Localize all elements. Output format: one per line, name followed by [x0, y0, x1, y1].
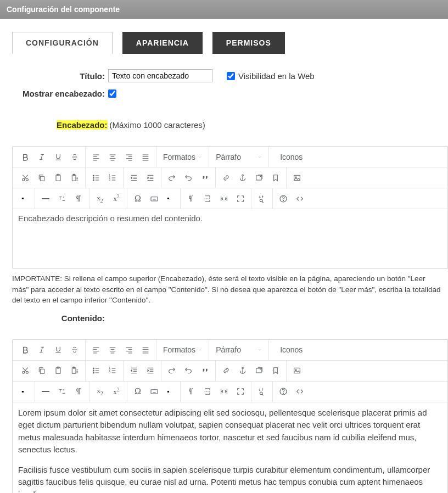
subscript-icon[interactable]: x2	[92, 383, 108, 400]
find-replace-icon[interactable]	[254, 383, 270, 400]
blockquote-icon[interactable]	[197, 362, 213, 379]
align-justify-icon[interactable]	[137, 149, 154, 165]
header-editor-body[interactable]: Encabezado descripción o resumen del con…	[13, 209, 447, 268]
anchor-icon[interactable]	[234, 170, 251, 186]
copy-icon[interactable]	[33, 362, 50, 379]
tab-configuracion[interactable]: CONFIGURACIÓN	[12, 32, 113, 54]
italic-icon[interactable]	[33, 149, 50, 165]
code-icon[interactable]	[292, 191, 308, 207]
keyboard-icon[interactable]	[146, 383, 163, 400]
help-icon[interactable]	[275, 383, 292, 400]
indent-icon[interactable]	[142, 362, 159, 379]
paste-icon[interactable]	[50, 170, 66, 186]
special-char-icon[interactable]: Ω	[130, 383, 146, 400]
datetime-icon[interactable]	[163, 383, 178, 400]
help-icon[interactable]	[275, 191, 292, 207]
italic-icon[interactable]	[33, 341, 50, 358]
hr-icon[interactable]	[37, 383, 54, 400]
pagebreak-icon[interactable]	[199, 383, 216, 400]
clear-format-icon[interactable]: T×	[54, 383, 70, 400]
copy-icon[interactable]	[33, 170, 50, 186]
link-icon[interactable]	[218, 362, 234, 379]
anchor-icon[interactable]	[234, 362, 251, 379]
tabs-bar: CONFIGURACIÓN APARIENCIA PERMISOS	[12, 32, 448, 54]
ol-icon[interactable]: 123	[104, 362, 121, 379]
underline-icon[interactable]	[50, 341, 66, 358]
align-right-icon[interactable]	[121, 341, 137, 358]
tab-apariencia[interactable]: APARIENCIA	[122, 32, 203, 54]
paragraph-icon[interactable]	[70, 191, 87, 207]
ltr-icon[interactable]	[183, 383, 199, 400]
bookmark-icon[interactable]	[267, 170, 284, 186]
title-input[interactable]	[108, 69, 212, 82]
cut-icon[interactable]	[17, 362, 33, 379]
visibility-checkbox[interactable]	[227, 72, 235, 80]
align-justify-icon[interactable]	[137, 341, 154, 358]
ul-icon[interactable]	[88, 362, 104, 379]
paragraph-dropdown[interactable]: Párrafo	[211, 341, 266, 358]
bookmark-icon[interactable]	[267, 362, 284, 379]
ul-icon[interactable]	[88, 170, 104, 186]
align-center-icon[interactable]	[104, 341, 121, 358]
image-icon[interactable]	[289, 362, 305, 379]
svg-text:T: T	[59, 195, 62, 201]
popup-icon[interactable]	[251, 362, 267, 379]
strike-icon[interactable]	[66, 341, 83, 358]
code-icon[interactable]	[292, 383, 308, 400]
fullscreen-icon[interactable]	[232, 383, 249, 400]
superscript-icon[interactable]: x2	[108, 191, 125, 207]
align-left-icon[interactable]	[88, 341, 104, 358]
ltr-icon[interactable]	[183, 191, 199, 207]
find-replace-icon[interactable]	[254, 191, 270, 207]
paragraph-dropdown[interactable]: Párrafo	[211, 149, 266, 165]
undo-icon[interactable]	[180, 170, 197, 186]
pagebreak-icon[interactable]	[199, 191, 216, 207]
ruler-icon[interactable]	[216, 191, 232, 207]
align-left-icon[interactable]	[88, 149, 104, 165]
superscript-icon[interactable]: x2	[108, 383, 125, 400]
subscript-icon[interactable]: x2	[92, 191, 108, 207]
special-char-icon[interactable]: Ω	[130, 191, 146, 207]
outdent-icon[interactable]	[126, 170, 142, 186]
ruler-icon[interactable]	[216, 383, 232, 400]
image-icon[interactable]	[289, 170, 305, 186]
paste-icon[interactable]	[50, 362, 66, 379]
keyboard-icon[interactable]	[146, 191, 163, 207]
popup-icon[interactable]	[251, 170, 267, 186]
table-icon[interactable]	[17, 383, 32, 400]
content-editor-body[interactable]: Lorem ipsum dolor sit amet consectetur a…	[13, 402, 447, 493]
link-icon[interactable]	[218, 170, 234, 186]
ol-icon[interactable]: 123	[104, 170, 121, 186]
table-icon[interactable]	[17, 191, 32, 207]
indent-icon[interactable]	[142, 170, 159, 186]
clear-format-icon[interactable]: T×	[54, 191, 70, 207]
tab-permisos[interactable]: PERMISOS	[212, 32, 285, 54]
paste-text-icon[interactable]	[66, 362, 83, 379]
fullscreen-icon[interactable]	[232, 191, 249, 207]
cut-icon[interactable]	[17, 170, 33, 186]
svg-rect-104	[40, 369, 44, 374]
bold-icon[interactable]	[17, 149, 33, 165]
strike-icon[interactable]	[66, 149, 83, 165]
icons-dropdown[interactable]: Iconos	[271, 341, 307, 358]
show-header-checkbox[interactable]	[108, 89, 116, 98]
redo-icon[interactable]	[164, 362, 180, 379]
paste-text-icon[interactable]	[66, 170, 83, 186]
align-center-icon[interactable]	[104, 149, 121, 165]
undo-icon[interactable]	[180, 362, 197, 379]
bold-icon[interactable]	[17, 341, 33, 358]
svg-point-28	[93, 175, 94, 176]
icons-dropdown[interactable]: Iconos	[271, 149, 307, 165]
hr-icon[interactable]	[37, 191, 54, 207]
datetime-icon[interactable]	[163, 191, 178, 207]
svg-line-51	[260, 175, 262, 177]
formats-dropdown[interactable]: Formatos	[159, 149, 206, 165]
formats-dropdown[interactable]: Formatos	[159, 341, 206, 358]
redo-icon[interactable]	[164, 170, 180, 186]
align-right-icon[interactable]	[121, 149, 137, 165]
outdent-icon[interactable]	[126, 362, 142, 379]
underline-icon[interactable]	[50, 149, 66, 165]
paragraph-icon[interactable]	[70, 383, 87, 400]
blockquote-icon[interactable]	[197, 170, 213, 186]
svg-line-132	[260, 368, 262, 370]
